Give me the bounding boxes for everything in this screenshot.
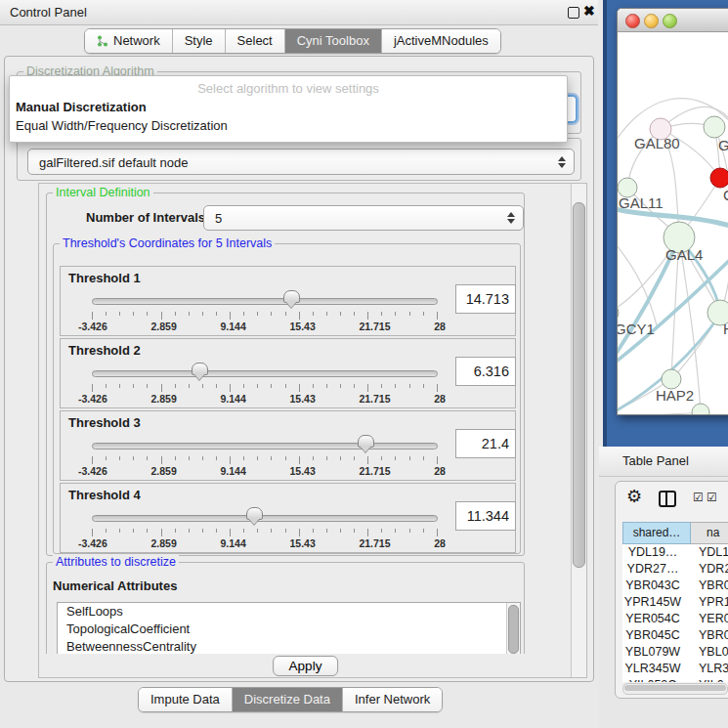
node-label: C (723, 187, 728, 203)
network-window-titlebar[interactable] (618, 9, 728, 32)
threshold-slider[interactable]: -3.4262.8599.14415.4321.71528 (92, 433, 438, 478)
tick-label: 2.859 (150, 465, 176, 477)
cell-name[interactable]: YBR0 (683, 578, 728, 594)
node-label: GA (718, 137, 728, 153)
column-header-name[interactable]: na (691, 522, 728, 544)
table-row[interactable]: YBR043CYBR0 (622, 578, 728, 594)
column-header-shared[interactable]: shared… (622, 522, 691, 544)
attribute-item[interactable]: TopologicalCoefficient (58, 621, 520, 638)
tab-infer-network[interactable]: Infer Network (343, 688, 442, 711)
cell-shared-name[interactable]: YBR043C (622, 578, 683, 594)
close-icon[interactable]: ✖ (583, 3, 595, 19)
number-of-intervals-value: 5 (215, 211, 222, 226)
tick-label: 21.715 (359, 321, 390, 332)
slider-tick-labels: -3.4262.8599.14415.4321.71528 (78, 465, 446, 477)
popup-item-equal-width-frequency[interactable]: Equal Width/Frequency Discretization (16, 118, 228, 133)
tab-label: Style (185, 29, 213, 53)
threshold-value-input[interactable]: 11.344 (455, 501, 516, 531)
node-label: GCY1 (618, 321, 655, 337)
tick-label: -3.426 (78, 537, 107, 549)
threshold-panel: Threshold 2 -3.4262.8599.14415.4321.7152… (60, 338, 516, 408)
tick-label: 15.43 (289, 537, 315, 549)
tab-network[interactable]: Network (85, 29, 173, 53)
threshold-slider[interactable]: -3.4262.8599.14415.4321.71528 (92, 288, 438, 333)
network-canvas[interactable]: GAL80GACGAL11GAL4GCY1HHAP2 (618, 32, 728, 414)
slider-handle[interactable] (246, 507, 263, 520)
slider-track (92, 515, 438, 522)
column-layout-icon[interactable] (659, 491, 676, 507)
threshold-label: Threshold 2 (68, 343, 141, 358)
cell-name[interactable]: YBL0 (683, 644, 728, 661)
table-row[interactable]: YLR345WYLR3 (622, 661, 728, 677)
checkbox-icon[interactable]: ☑ (707, 491, 717, 504)
network-node[interactable] (704, 116, 725, 138)
attributes-list-scrollbar[interactable] (506, 603, 520, 658)
cell-name[interactable]: YPR1 (683, 594, 728, 611)
cell-shared-name[interactable]: YBL079W (622, 644, 683, 661)
threshold-value-input[interactable]: 6.316 (455, 357, 516, 386)
tab-jactivemnodules[interactable]: jActiveMNodules (382, 29, 500, 53)
tick-label: 28 (434, 321, 446, 332)
checkbox-icon[interactable]: ☑ (693, 491, 704, 504)
cell-name[interactable]: YBR0 (683, 627, 728, 644)
network-node[interactable] (710, 168, 728, 188)
table-row[interactable]: YIL052CYIL0 (622, 677, 728, 682)
node-label: GAL11 (619, 194, 664, 211)
cell-shared-name[interactable]: YIL052C (622, 677, 683, 682)
cell-shared-name[interactable]: YLR345W (622, 661, 683, 677)
slider-handle[interactable] (358, 435, 374, 448)
threshold-slider[interactable]: -3.4262.8599.14415.4321.71528 (92, 505, 438, 550)
cell-shared-name[interactable]: YPR145W (622, 594, 683, 611)
popup-item-manual-discretization[interactable]: Manual Discretization (16, 100, 147, 114)
float-window-icon[interactable] (568, 7, 579, 19)
cell-name[interactable]: YDL1 (683, 544, 728, 561)
table-row[interactable]: YBL079WYBL0 (622, 644, 728, 661)
slider-track (92, 443, 438, 450)
threshold-slider[interactable]: -3.4262.8599.14415.4321.71528 (92, 361, 438, 406)
table-data-combobox[interactable]: galFiltered.sif default node (27, 149, 575, 175)
cell-name[interactable]: YIL0 (683, 677, 728, 682)
window-zoom-icon[interactable] (663, 14, 677, 28)
slider-handle[interactable] (192, 363, 208, 375)
cell-shared-name[interactable]: YDL19… (622, 544, 683, 561)
threshold-value-input[interactable]: 14.713 (455, 284, 516, 314)
cell-shared-name[interactable]: YER054C (622, 611, 683, 627)
numerical-attributes-list[interactable]: SelfLoopsTopologicalCoefficientBetweenne… (57, 602, 521, 659)
gear-icon[interactable]: ⚙ (626, 486, 642, 507)
window-close-icon[interactable] (625, 14, 640, 28)
tab-impute-data[interactable]: Impute Data (139, 688, 233, 711)
tick-label: -3.426 (78, 465, 107, 477)
network-node[interactable] (662, 369, 681, 389)
tab-select[interactable]: Select (226, 29, 285, 53)
table-row[interactable]: YER054CYER0 (622, 611, 728, 627)
settings-scrollbar-thumb[interactable] (573, 202, 585, 568)
table-row[interactable]: YDR27…YDR2 (622, 561, 728, 578)
table-row[interactable]: YBR045CYBR0 (622, 627, 728, 644)
cyni-toolbox-panel: Discretization Algorithm Select algorith… (4, 56, 594, 682)
cell-name[interactable]: YDR2 (683, 561, 728, 578)
control-panel-titlebar: Control Panel ✖ (0, 0, 598, 25)
numerical-attributes-label: Numerical Attributes (53, 578, 177, 593)
table-h-scrollbar[interactable] (622, 683, 728, 695)
tab-label: Cyni Toolbox (297, 29, 369, 53)
table-row[interactable]: YPR145WYPR1 (622, 594, 728, 611)
table-header: shared… na (622, 522, 728, 544)
apply-button[interactable]: Apply (273, 656, 339, 676)
tab-cyni-toolbox[interactable]: Cyni Toolbox (285, 29, 382, 53)
settings-scrollbar[interactable] (571, 184, 586, 677)
cell-name[interactable]: YLR3 (683, 661, 728, 677)
number-of-intervals-combobox[interactable]: 5 (203, 205, 524, 231)
threshold-label: Threshold 3 (68, 415, 141, 430)
cell-shared-name[interactable]: YBR045C (622, 627, 683, 644)
cell-shared-name[interactable]: YDR27… (622, 561, 683, 578)
table-row[interactable]: YDL19…YDL1 (622, 544, 728, 561)
table-rows: YDL19…YDL1YDR27…YDR2YBR043CYBR0YPR145WYP… (622, 544, 728, 682)
tab-discretize-data[interactable]: Discretize Data (233, 688, 343, 711)
attribute-item[interactable]: SelfLoops (58, 603, 520, 621)
network-node[interactable] (692, 404, 709, 414)
window-minimize-icon[interactable] (644, 14, 659, 28)
threshold-value-input[interactable]: 21.4 (455, 429, 516, 458)
slider-handle[interactable] (283, 290, 300, 303)
cell-name[interactable]: YER0 (683, 611, 728, 627)
tab-style[interactable]: Style (173, 29, 226, 53)
